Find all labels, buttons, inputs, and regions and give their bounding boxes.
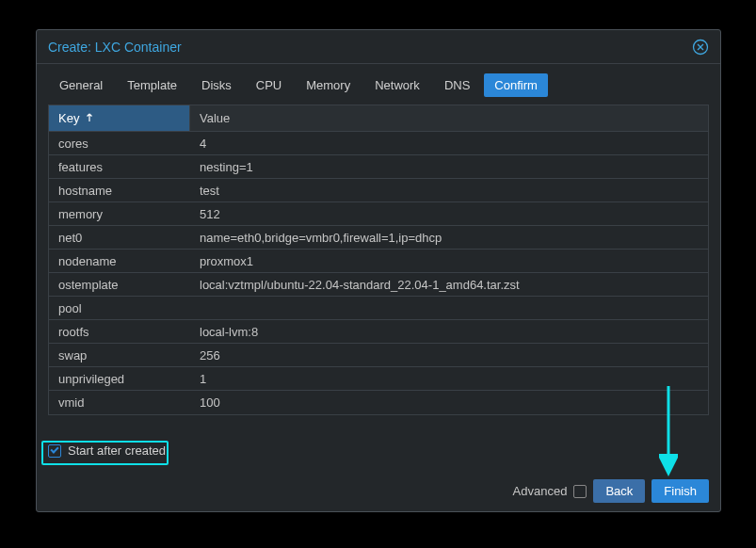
cell-key: rootfs bbox=[49, 325, 190, 339]
tab-disks[interactable]: Disks bbox=[191, 73, 242, 97]
cell-value: local:vztmpl/ubuntu-22.04-standard_22.04… bbox=[190, 278, 708, 292]
cell-key: features bbox=[49, 160, 190, 174]
tab-confirm[interactable]: Confirm bbox=[484, 73, 548, 97]
cell-value: 100 bbox=[190, 395, 708, 410]
dialog-title: Create: LXC Container bbox=[48, 40, 182, 55]
table-row: featuresnesting=1 bbox=[49, 155, 708, 179]
footer: Advanced Back Finish bbox=[513, 479, 709, 503]
cell-key: nodename bbox=[49, 254, 190, 268]
table-row: ostemplatelocal:vztmpl/ubuntu-22.04-stan… bbox=[49, 273, 708, 297]
table-row: rootfslocal-lvm:8 bbox=[49, 320, 708, 344]
cell-key: net0 bbox=[49, 231, 190, 245]
table-row: pool bbox=[49, 297, 708, 320]
cell-value: test bbox=[190, 184, 708, 198]
title-bar: Create: LXC Container bbox=[37, 30, 720, 64]
sort-ascending-icon bbox=[85, 111, 94, 125]
cell-value: local-lvm:8 bbox=[190, 325, 708, 339]
start-after-label: Start after created bbox=[68, 443, 166, 458]
cell-key: cores bbox=[49, 137, 190, 151]
start-after-created-checkbox[interactable]: Start after created bbox=[48, 443, 166, 458]
tabs: General Template Disks CPU Memory Networ… bbox=[37, 64, 720, 105]
cell-key: ostemplate bbox=[49, 278, 190, 292]
table-row: hostnametest bbox=[49, 179, 708, 202]
back-button[interactable]: Back bbox=[593, 479, 645, 503]
tab-network[interactable]: Network bbox=[364, 73, 430, 97]
table-row: memory512 bbox=[49, 202, 708, 226]
advanced-checkbox[interactable] bbox=[573, 485, 587, 498]
cell-key: memory bbox=[49, 207, 190, 221]
table-header: Key Value bbox=[49, 105, 708, 132]
table-row: net0name=eth0,bridge=vmbr0,firewall=1,ip… bbox=[49, 226, 708, 250]
table-row: nodenameproxmox1 bbox=[49, 250, 708, 273]
finish-button[interactable]: Finish bbox=[651, 479, 709, 503]
cell-value: name=eth0,bridge=vmbr0,firewall=1,ip=dhc… bbox=[190, 231, 708, 245]
value-column-header[interactable]: Value bbox=[190, 105, 708, 131]
close-icon[interactable] bbox=[692, 39, 709, 56]
cell-value: proxmox1 bbox=[190, 254, 708, 268]
key-column-header[interactable]: Key bbox=[49, 105, 190, 131]
table-row: unprivileged1 bbox=[49, 367, 708, 391]
cell-key: unprivileged bbox=[49, 372, 190, 386]
summary-table: Key Value cores4 featuresnesting=1 hostn… bbox=[48, 105, 709, 415]
key-header-label: Key bbox=[58, 111, 79, 125]
table-row: swap256 bbox=[49, 344, 708, 367]
cell-key: hostname bbox=[49, 184, 190, 198]
table-row: cores4 bbox=[49, 132, 708, 155]
cell-value: 1 bbox=[190, 372, 708, 386]
tab-template[interactable]: Template bbox=[117, 73, 187, 97]
tab-general[interactable]: General bbox=[49, 73, 113, 97]
cell-value: 256 bbox=[190, 348, 708, 363]
cell-key: vmid bbox=[49, 395, 190, 410]
cell-value: nesting=1 bbox=[190, 160, 708, 174]
cell-value: 4 bbox=[190, 137, 708, 151]
tab-cpu[interactable]: CPU bbox=[246, 73, 292, 97]
create-lxc-dialog: Create: LXC Container General Template D… bbox=[36, 29, 721, 512]
table-row: vmid100 bbox=[49, 391, 708, 414]
checkbox-checked-icon bbox=[48, 444, 61, 458]
tab-dns[interactable]: DNS bbox=[434, 73, 480, 97]
cell-key: swap bbox=[49, 348, 190, 363]
cell-value: 512 bbox=[190, 207, 708, 221]
tab-memory[interactable]: Memory bbox=[296, 73, 361, 97]
cell-key: pool bbox=[49, 301, 190, 315]
advanced-label: Advanced bbox=[513, 484, 568, 498]
table-body: cores4 featuresnesting=1 hostnametest me… bbox=[49, 132, 708, 414]
